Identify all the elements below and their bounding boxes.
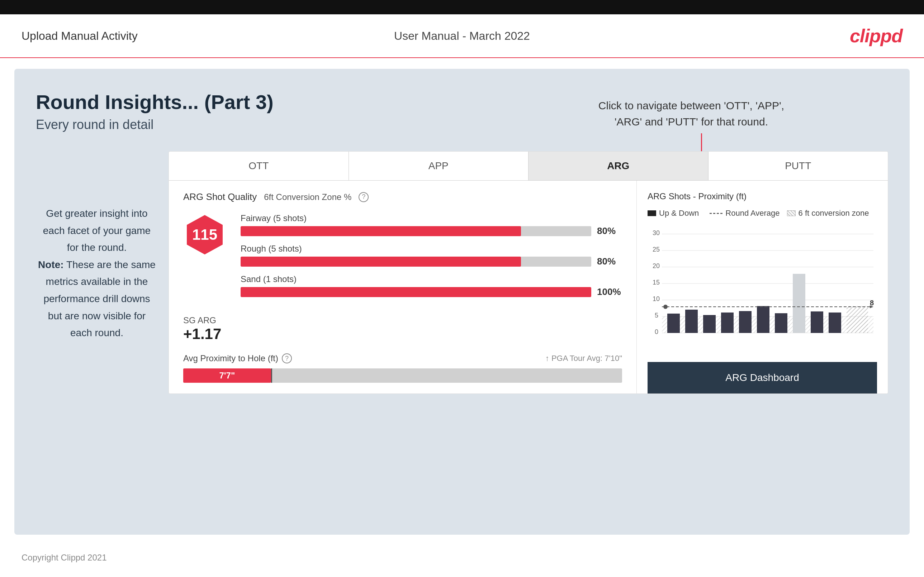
rough-pct: 80%: [597, 256, 622, 267]
proximity-bar-fill: 7'7": [183, 368, 271, 383]
sand-label: Sand (1 shots): [241, 274, 622, 284]
fairway-pct: 80%: [597, 226, 622, 237]
arg-dashboard-button[interactable]: ARG Dashboard: [648, 362, 877, 393]
main-content: Round Insights... (Part 3) Every round i…: [15, 69, 909, 535]
left-description: Get greater insight into each facet of y…: [36, 205, 158, 342]
svg-text:15: 15: [653, 279, 660, 286]
rough-row: Rough (5 shots) 80%: [241, 244, 622, 267]
proximity-bar-track: 7'7": [183, 368, 622, 383]
nav-annotation-text: Click to navigate between 'OTT', 'APP', …: [598, 97, 784, 130]
sand-bar-container: 100%: [241, 286, 622, 297]
footer: Copyright Clippd 2021: [0, 545, 924, 570]
legend-dashed-line: [709, 213, 722, 214]
svg-rect-23: [775, 313, 787, 333]
chart-header: ARG Shots - Proximity (ft) Up & Down Rou…: [648, 191, 877, 218]
sg-label: SG ARG: [183, 315, 622, 326]
fairway-label: Fairway (5 shots): [241, 213, 622, 223]
svg-point-29: [663, 305, 668, 309]
svg-rect-24: [793, 274, 805, 333]
top-bar: [0, 0, 924, 15]
svg-rect-25: [811, 311, 823, 333]
svg-text:20: 20: [653, 262, 660, 269]
sand-bar-fill: [241, 287, 591, 297]
fairway-row: Fairway (5 shots) 80%: [241, 213, 622, 237]
proximity-help-icon[interactable]: ?: [282, 353, 292, 363]
fairway-bar-fill: [241, 226, 521, 236]
svg-rect-20: [721, 313, 733, 333]
rough-bar-container: 80%: [241, 256, 622, 267]
copyright: Copyright Clippd 2021: [21, 553, 107, 562]
legend-round-avg: Round Average: [709, 209, 780, 218]
proximity-cursor: [271, 368, 272, 383]
legend-conversion: 6 ft conversion zone: [787, 209, 869, 218]
main-card: OTT APP ARG PUTT ARG Shot Quality 6ft Co…: [168, 151, 888, 394]
right-panel: ARG Shots - Proximity (ft) Up & Down Rou…: [637, 181, 888, 393]
panel-subtitle: 6ft Conversion Zone %: [264, 192, 351, 202]
chart-title: ARG Shots - Proximity (ft): [648, 191, 746, 201]
sand-row: Sand (1 shots) 100%: [241, 274, 622, 297]
chart-area: 0 5 10 15 20 25 30: [648, 224, 877, 355]
svg-text:8: 8: [870, 299, 874, 307]
svg-text:30: 30: [653, 229, 660, 237]
header-center-title: User Manual - March 2022: [394, 29, 530, 43]
proximity-value: 7'7": [220, 371, 235, 380]
clippd-logo: clippd: [850, 25, 903, 47]
sand-pct: 100%: [597, 286, 622, 297]
fairway-bar-container: 80%: [241, 226, 622, 237]
rough-label: Rough (5 shots): [241, 244, 622, 254]
svg-rect-26: [829, 313, 841, 333]
proximity-section: Avg Proximity to Hole (ft) ? ↑ PGA Tour …: [183, 353, 622, 383]
rough-bar-track: [241, 256, 591, 267]
svg-text:10: 10: [653, 295, 660, 303]
sand-bar-track: [241, 287, 591, 297]
sg-value: +1.17: [183, 326, 622, 343]
svg-rect-21: [739, 311, 751, 333]
legend-hatched-box: [787, 210, 796, 216]
hex-score: 115: [183, 213, 226, 256]
fairway-bar-track: [241, 226, 591, 236]
svg-rect-27: [846, 306, 868, 333]
svg-text:0: 0: [655, 328, 658, 335]
tab-app[interactable]: APP: [349, 152, 529, 180]
svg-rect-18: [685, 309, 698, 333]
legend-box-solid: [648, 210, 656, 216]
svg-rect-22: [757, 306, 769, 333]
sg-row: SG ARG +1.17: [183, 315, 622, 343]
tab-arg[interactable]: ARG: [528, 152, 709, 180]
rough-bar-fill: [241, 256, 521, 267]
svg-rect-19: [703, 315, 716, 333]
header: Upload Manual Activity User Manual - Mar…: [0, 15, 924, 58]
chart-svg: 0 5 10 15 20 25 30: [648, 224, 877, 338]
left-panel: ARG Shot Quality 6ft Conversion Zone % ?…: [169, 181, 637, 393]
tabs-container: OTT APP ARG PUTT: [169, 152, 888, 181]
tab-ott[interactable]: OTT: [169, 152, 349, 180]
svg-rect-17: [667, 314, 680, 333]
hex-number: 115: [192, 226, 217, 243]
hex-score-row: 115 Fairway (5 shots) 80%: [183, 213, 622, 305]
panel-title: ARG Shot Quality: [183, 191, 257, 203]
upload-manual-label: Upload Manual Activity: [21, 29, 138, 43]
svg-text:5: 5: [655, 312, 658, 319]
proximity-title: Avg Proximity to Hole (ft) ?: [183, 353, 292, 363]
shot-bars: Fairway (5 shots) 80% Rough (5 shots): [241, 213, 622, 305]
panel-header: ARG Shot Quality 6ft Conversion Zone % ?: [183, 191, 622, 203]
help-icon[interactable]: ?: [359, 192, 368, 202]
legend-up-down: Up & Down: [648, 209, 699, 218]
legend-items-2: 6 ft conversion zone: [787, 209, 869, 218]
tab-putt[interactable]: PUTT: [709, 152, 888, 180]
legend-items: Up & Down Round Average: [648, 209, 780, 218]
proximity-header: Avg Proximity to Hole (ft) ? ↑ PGA Tour …: [183, 353, 622, 363]
card-body: ARG Shot Quality 6ft Conversion Zone % ?…: [169, 181, 888, 393]
svg-text:25: 25: [653, 246, 660, 253]
pga-avg: ↑ PGA Tour Avg: 7'10": [545, 354, 622, 363]
